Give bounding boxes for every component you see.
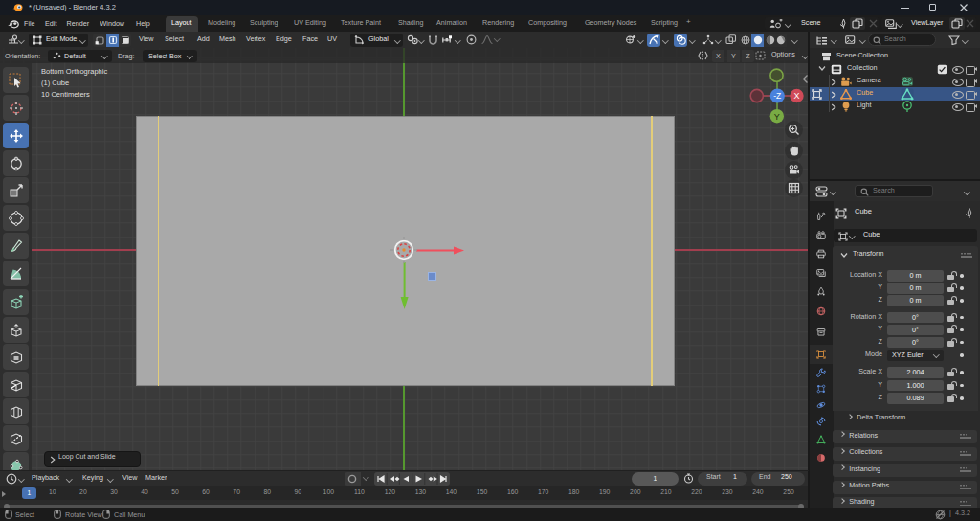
svg-text:X: X (793, 91, 799, 101)
svg-text:-Z: -Z (773, 91, 781, 101)
svg-text:Y: Y (774, 112, 780, 122)
